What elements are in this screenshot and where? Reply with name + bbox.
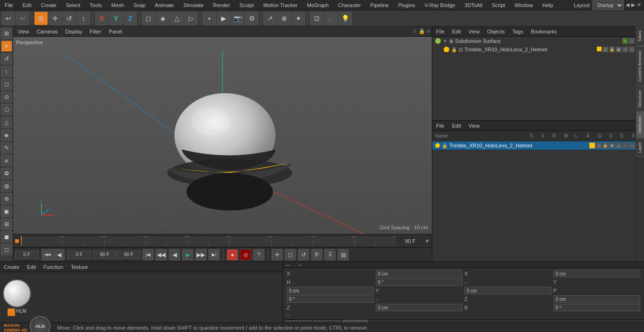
menu-item-create[interactable]: Create bbox=[39, 1, 58, 9]
side-tab-content-browser[interactable]: Content Browser bbox=[636, 46, 644, 86]
menu-item-snap[interactable]: Snap bbox=[132, 1, 148, 9]
record-button[interactable]: ● bbox=[227, 249, 238, 260]
menu-item-3dtoall[interactable]: 3DToAll bbox=[462, 1, 484, 9]
attr-row-helmet[interactable]: 🔒 Trimble_XR10_HoloLens_2_Helmet ◻ 🔒 ⊞ △… bbox=[432, 141, 644, 150]
menu-item-render[interactable]: Render bbox=[211, 1, 232, 9]
auto-key-button[interactable]: ◎ bbox=[240, 249, 251, 260]
move-object-button[interactable]: ↗ bbox=[264, 12, 277, 25]
attr-menu-view[interactable]: View bbox=[467, 122, 482, 130]
scale-tool-button[interactable]: ↕ bbox=[77, 12, 90, 25]
play-start-field[interactable] bbox=[67, 251, 91, 259]
edge-mode-button[interactable]: ◈ bbox=[156, 12, 169, 25]
viewport-tab-view[interactable]: View bbox=[15, 28, 32, 35]
left-tool-scale[interactable]: ↕ bbox=[1, 66, 12, 77]
left-tool-17[interactable]: ◼ bbox=[1, 231, 12, 243]
attr-ind-1[interactable] bbox=[589, 143, 595, 148]
side-tab-structure[interactable]: Structure bbox=[636, 86, 644, 112]
left-tool-sculpt[interactable]: ◍ bbox=[1, 180, 12, 192]
coord-x-pos[interactable] bbox=[376, 270, 463, 277]
help-button[interactable]: ? bbox=[253, 249, 264, 260]
obj-helmet-ind-1[interactable] bbox=[597, 47, 602, 51]
rotate-tool-button[interactable]: ↺ bbox=[63, 12, 76, 25]
polygon-mode-button[interactable]: △ bbox=[170, 12, 183, 25]
menu-item-file[interactable]: File bbox=[3, 1, 15, 9]
coord-z-pos[interactable] bbox=[553, 295, 641, 303]
side-tab-attributes[interactable]: Attributes bbox=[636, 112, 644, 138]
render-settings-button[interactable]: ⚙ bbox=[245, 12, 258, 25]
left-tool-15[interactable]: ▣ bbox=[1, 206, 12, 217]
menu-item-character[interactable]: Character bbox=[336, 1, 363, 9]
grid-toggle-button[interactable]: ✦ bbox=[292, 12, 305, 25]
object-mode-button[interactable]: ◻ bbox=[142, 12, 155, 25]
render-active-view-button[interactable]: ▶ bbox=[217, 12, 230, 25]
timeline-nav-icon[interactable]: ▼ bbox=[424, 238, 430, 244]
light-button[interactable]: 💡 bbox=[339, 12, 352, 25]
viewport-maximize-icon[interactable]: ⤢ bbox=[413, 28, 417, 34]
coord-b-val[interactable] bbox=[553, 304, 641, 311]
left-tool-5[interactable]: ◻ bbox=[1, 79, 12, 90]
obj-helmet-ind-2[interactable]: ◻ bbox=[603, 47, 608, 52]
left-tool-1[interactable]: ⊞ bbox=[1, 28, 12, 39]
left-tool-16[interactable]: ⊞ bbox=[1, 219, 12, 230]
play-end-field[interactable] bbox=[93, 251, 116, 259]
menu-item-vray[interactable]: V-Ray Bridge bbox=[423, 1, 457, 9]
obj-helmet-ind-6[interactable]: ↓ bbox=[629, 47, 635, 52]
play-reverse-button[interactable]: ◀ bbox=[169, 249, 180, 260]
menu-item-mograph[interactable]: MoGraph bbox=[305, 1, 330, 9]
left-tool-12[interactable]: ✿ bbox=[1, 168, 12, 179]
obj-menu-objects[interactable]: Objects bbox=[485, 28, 506, 35]
camera-button[interactable]: 🎥 bbox=[324, 12, 338, 25]
material-item[interactable]: HLM bbox=[3, 279, 31, 316]
render-region-button[interactable]: ▪ bbox=[203, 12, 216, 25]
left-tool-10[interactable]: ✎ bbox=[1, 142, 12, 154]
attr-ind-3[interactable]: 🔒 bbox=[603, 143, 608, 148]
attr-ind-2[interactable]: ◻ bbox=[596, 143, 602, 148]
attr-menu-file[interactable]: File bbox=[434, 122, 446, 130]
viewport[interactable]: X Y Z Perspective Grid Spacing : 10 cm bbox=[13, 37, 432, 234]
left-tool-18[interactable]: ◻ bbox=[1, 244, 12, 255]
rotate-playback[interactable]: ↺ bbox=[298, 249, 309, 260]
menu-item-script[interactable]: Script bbox=[490, 1, 507, 9]
attr-ind-4[interactable]: ⊞ bbox=[609, 143, 615, 148]
menu-item-pipeline[interactable]: Pipeline bbox=[368, 1, 390, 9]
prev-frame-button[interactable]: ◀ bbox=[53, 249, 65, 260]
left-tool-14[interactable]: ⊛ bbox=[1, 193, 12, 204]
obj-menu-tags[interactable]: Tags bbox=[511, 28, 525, 35]
left-tool-11[interactable]: ⌀ bbox=[1, 155, 12, 166]
move-tool-button[interactable]: ✛ bbox=[49, 12, 62, 25]
attr-ind-5[interactable]: △ bbox=[616, 143, 621, 148]
obj-helmet-ind-5[interactable]: ↑ bbox=[622, 47, 628, 52]
menu-item-motion-tracker[interactable]: Motion Tracker bbox=[261, 1, 299, 9]
obj-menu-file[interactable]: File bbox=[434, 28, 446, 35]
coord-z-val[interactable] bbox=[376, 304, 463, 311]
mat-menu-edit[interactable]: Edit bbox=[25, 263, 38, 271]
attr-ind-7[interactable]: ↓ bbox=[629, 143, 635, 148]
left-tool-9[interactable]: ◈ bbox=[1, 130, 12, 141]
keyframe-button[interactable]: ◻ bbox=[285, 249, 296, 260]
obj-menu-view[interactable]: View bbox=[467, 28, 482, 35]
attr-ind-6[interactable]: ↑ bbox=[622, 143, 628, 148]
model-mode-button[interactable]: ⊞ bbox=[34, 12, 48, 25]
mat-menu-create[interactable]: Create bbox=[2, 263, 21, 271]
mat-menu-texture[interactable]: Texture bbox=[69, 263, 90, 271]
obj-ind-check[interactable]: ✓ bbox=[622, 38, 628, 44]
menu-item-edit[interactable]: Edit bbox=[21, 1, 33, 9]
undo-button[interactable]: ↩ bbox=[2, 12, 15, 25]
left-tool-8[interactable]: △ bbox=[1, 117, 12, 128]
left-tool-7[interactable]: ⬡ bbox=[1, 104, 12, 115]
attr-menu-edit[interactable]: Edit bbox=[450, 122, 463, 130]
menu-item-window[interactable]: Window bbox=[512, 1, 535, 9]
play-forward-button[interactable]: ▶ bbox=[182, 249, 193, 260]
jump-end-button[interactable]: ▶| bbox=[208, 249, 220, 260]
current-frame-field[interactable] bbox=[15, 251, 39, 259]
floor-button[interactable]: ⊡ bbox=[310, 12, 323, 25]
nav-arrow-left[interactable]: ◀ bbox=[626, 2, 629, 8]
menu-item-mesh[interactable]: Mesh bbox=[109, 1, 126, 9]
menu-item-plugins[interactable]: Plugins bbox=[396, 1, 417, 9]
obj-expand-icon[interactable]: ▼ bbox=[443, 39, 447, 44]
object-item-helmet[interactable]: 🔒 ⊡ Trimble_XR10_HoloLens_2_Helmet ◻ 🔒 ⊞… bbox=[432, 45, 644, 54]
last-button[interactable]: ▤ bbox=[338, 249, 349, 260]
side-tab-layer[interactable]: Layer bbox=[636, 138, 644, 157]
dots-button[interactable]: ⠿ bbox=[324, 249, 336, 260]
step-forward-button[interactable]: ▶▶ bbox=[195, 249, 206, 260]
